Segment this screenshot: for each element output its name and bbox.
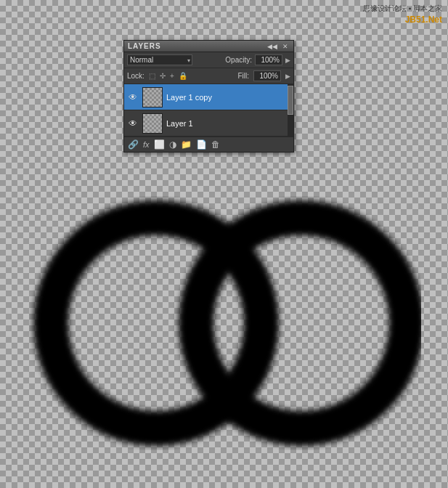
blend-mode-select[interactable]: Normal <box>127 54 192 65</box>
panel-controls: ◀◀ ✕ <box>266 43 290 50</box>
thumbnail-checker <box>143 114 162 133</box>
layer-thumbnail <box>142 87 163 107</box>
fill-expand-btn[interactable]: ▶ <box>285 73 290 80</box>
adjustment-icon[interactable]: ◑ <box>169 139 176 150</box>
layer-item[interactable]: 👁 Layer 1 copy <box>124 84 293 110</box>
layer-thumbnail <box>142 113 163 134</box>
thumbnail-checker <box>143 88 162 107</box>
layers-list: 👁 Layer 1 copy 👁 Layer 1 <box>124 84 293 137</box>
opacity-expand-btn[interactable]: ▶ <box>285 57 290 64</box>
link-layers-icon[interactable]: 🔗 <box>128 139 139 150</box>
canvas-artwork <box>29 196 421 450</box>
new-layer-icon[interactable]: 📄 <box>196 139 207 150</box>
watermark-line1: 思缘设计论坛 ▪ 脚本之家 <box>363 4 442 14</box>
scroll-track <box>288 84 293 137</box>
right-ring <box>196 218 407 428</box>
layer-name: Layer 1 <box>166 119 290 128</box>
layer-visibility-toggle[interactable]: 👁 <box>127 118 139 129</box>
layer-name: Layer 1 copy <box>166 93 290 102</box>
blend-mode-wrapper: Normal <box>127 54 192 65</box>
panel-title: LAYERS <box>128 42 161 50</box>
rings-svg <box>29 196 421 450</box>
lock-label: Lock: <box>127 72 144 80</box>
opacity-input[interactable] <box>255 54 282 65</box>
fill-input[interactable] <box>253 70 281 81</box>
lock-all-icon[interactable]: 🔒 <box>179 72 187 80</box>
fill-label: Fill: <box>237 72 249 80</box>
add-mask-icon[interactable]: ⬜ <box>154 139 165 150</box>
scroll-thumb[interactable] <box>288 86 293 115</box>
opacity-label: Opacity: <box>225 56 252 64</box>
lock-row: Lock: ⬚ ✢ + 🔒 Fill: ▶ <box>124 68 293 84</box>
panel-titlebar: LAYERS ◀◀ ✕ <box>124 41 293 52</box>
panel-collapse-button[interactable]: ◀◀ <box>266 43 279 50</box>
layer-item[interactable]: 👁 Layer 1 <box>124 110 293 137</box>
layer-visibility-toggle[interactable]: 👁 <box>127 92 139 102</box>
watermark: 思缘设计论坛 ▪ 脚本之家 JB51.Net <box>363 4 442 26</box>
panel-close-button[interactable]: ✕ <box>281 43 290 50</box>
lock-move-icon[interactable]: ✢ <box>160 72 166 80</box>
fx-icon[interactable]: fx <box>143 140 150 149</box>
lock-transform-icon[interactable]: + <box>170 72 174 80</box>
group-layers-icon[interactable]: 📁 <box>181 139 192 150</box>
panel-toolbar: 🔗 fx ⬜ ◑ 📁 📄 🗑 <box>124 137 293 152</box>
layers-panel: LAYERS ◀◀ ✕ Normal Opacity: ▶ Lock: ⬚ ✢ … <box>123 40 294 152</box>
watermark-line2: JB51.Net <box>363 14 442 26</box>
delete-layer-icon[interactable]: 🗑 <box>211 139 220 150</box>
lock-pixels-icon[interactable]: ⬚ <box>149 72 155 80</box>
blend-mode-row: Normal Opacity: ▶ <box>124 52 293 68</box>
